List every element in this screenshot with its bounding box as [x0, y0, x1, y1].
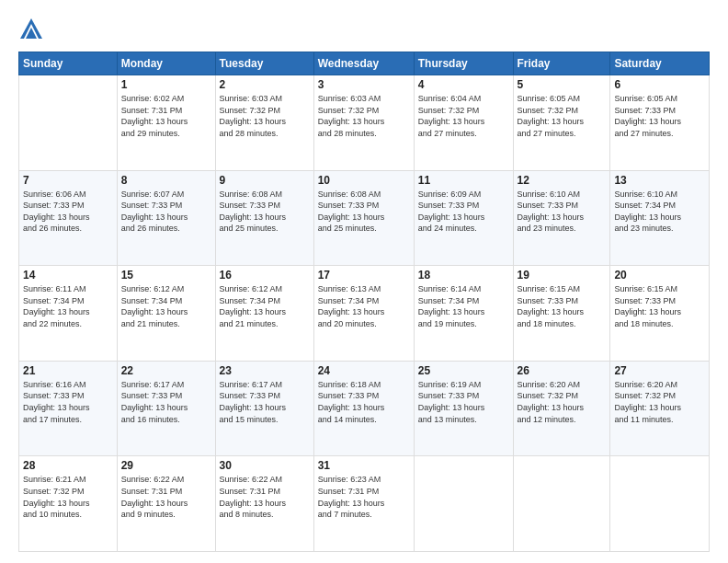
- day-cell: 19Sunrise: 6:15 AMSunset: 7:33 PMDayligh…: [513, 266, 610, 362]
- day-cell: 16Sunrise: 6:12 AMSunset: 7:34 PMDayligh…: [215, 266, 313, 362]
- header: [18, 17, 710, 42]
- day-number: 14: [23, 269, 113, 282]
- header-saturday: Saturday: [610, 52, 710, 75]
- day-info: Sunrise: 6:03 AMSunset: 7:32 PMDaylight:…: [220, 93, 310, 139]
- day-info: Sunrise: 6:22 AMSunset: 7:31 PMDaylight:…: [121, 474, 211, 520]
- day-cell: 2Sunrise: 6:03 AMSunset: 7:32 PMDaylight…: [215, 75, 313, 171]
- header-thursday: Thursday: [414, 52, 513, 75]
- day-number: 6: [614, 78, 705, 91]
- day-info: Sunrise: 6:05 AMSunset: 7:33 PMDaylight:…: [614, 93, 705, 139]
- week-row-4: 21Sunrise: 6:16 AMSunset: 7:33 PMDayligh…: [19, 361, 710, 456]
- day-number: 29: [121, 459, 211, 472]
- day-cell: 4Sunrise: 6:04 AMSunset: 7:32 PMDaylight…: [414, 75, 513, 171]
- day-number: 21: [23, 364, 113, 377]
- day-number: 9: [220, 174, 310, 187]
- calendar-header-row: SundayMondayTuesdayWednesdayThursdayFrid…: [19, 52, 710, 75]
- header-monday: Monday: [117, 52, 215, 75]
- day-info: Sunrise: 6:20 AMSunset: 7:32 PMDaylight:…: [614, 379, 705, 425]
- day-cell: 8Sunrise: 6:07 AMSunset: 7:33 PMDaylight…: [117, 170, 215, 266]
- day-cell: 14Sunrise: 6:11 AMSunset: 7:34 PMDayligh…: [19, 266, 118, 362]
- day-number: 30: [220, 459, 310, 472]
- day-cell: 23Sunrise: 6:17 AMSunset: 7:33 PMDayligh…: [215, 361, 313, 456]
- header-friday: Friday: [513, 52, 610, 75]
- day-cell: 26Sunrise: 6:20 AMSunset: 7:32 PMDayligh…: [513, 361, 610, 456]
- page: SundayMondayTuesdayWednesdayThursdayFrid…: [0, 0, 728, 563]
- day-number: 25: [418, 364, 509, 377]
- day-info: Sunrise: 6:08 AMSunset: 7:33 PMDaylight:…: [220, 189, 310, 235]
- day-number: 13: [614, 174, 705, 187]
- day-info: Sunrise: 6:02 AMSunset: 7:31 PMDaylight:…: [121, 93, 211, 139]
- day-number: 10: [318, 174, 410, 187]
- header-tuesday: Tuesday: [215, 52, 313, 75]
- day-cell: [610, 456, 710, 552]
- day-cell: 29Sunrise: 6:22 AMSunset: 7:31 PMDayligh…: [117, 456, 215, 552]
- day-cell: 7Sunrise: 6:06 AMSunset: 7:33 PMDaylight…: [19, 170, 118, 266]
- day-info: Sunrise: 6:17 AMSunset: 7:33 PMDaylight:…: [121, 379, 211, 425]
- day-number: 4: [418, 78, 509, 91]
- day-cell: 17Sunrise: 6:13 AMSunset: 7:34 PMDayligh…: [313, 266, 414, 362]
- day-info: Sunrise: 6:17 AMSunset: 7:33 PMDaylight:…: [220, 379, 310, 425]
- day-info: Sunrise: 6:06 AMSunset: 7:33 PMDaylight:…: [23, 189, 113, 235]
- day-number: 27: [614, 364, 705, 377]
- day-number: 17: [318, 269, 410, 282]
- day-number: 24: [318, 364, 410, 377]
- day-cell: 1Sunrise: 6:02 AMSunset: 7:31 PMDaylight…: [117, 75, 215, 171]
- logo-icon: [18, 17, 44, 42]
- day-cell: 5Sunrise: 6:05 AMSunset: 7:32 PMDaylight…: [513, 75, 610, 171]
- day-number: 7: [23, 174, 113, 187]
- day-info: Sunrise: 6:12 AMSunset: 7:34 PMDaylight:…: [220, 283, 310, 329]
- day-info: Sunrise: 6:15 AMSunset: 7:33 PMDaylight:…: [518, 283, 607, 329]
- day-info: Sunrise: 6:19 AMSunset: 7:33 PMDaylight:…: [418, 379, 509, 425]
- day-number: 18: [418, 269, 509, 282]
- header-wednesday: Wednesday: [313, 52, 414, 75]
- week-row-3: 14Sunrise: 6:11 AMSunset: 7:34 PMDayligh…: [19, 266, 710, 362]
- day-cell: 24Sunrise: 6:18 AMSunset: 7:33 PMDayligh…: [313, 361, 414, 456]
- day-cell: 13Sunrise: 6:10 AMSunset: 7:34 PMDayligh…: [610, 170, 710, 266]
- day-cell: 3Sunrise: 6:03 AMSunset: 7:32 PMDaylight…: [313, 75, 414, 171]
- day-info: Sunrise: 6:14 AMSunset: 7:34 PMDaylight:…: [418, 283, 509, 329]
- day-number: 11: [418, 174, 509, 187]
- day-info: Sunrise: 6:21 AMSunset: 7:32 PMDaylight:…: [23, 474, 113, 520]
- day-info: Sunrise: 6:07 AMSunset: 7:33 PMDaylight:…: [121, 189, 211, 235]
- day-info: Sunrise: 6:09 AMSunset: 7:33 PMDaylight:…: [418, 189, 509, 235]
- day-info: Sunrise: 6:12 AMSunset: 7:34 PMDaylight:…: [121, 283, 211, 329]
- day-cell: 6Sunrise: 6:05 AMSunset: 7:33 PMDaylight…: [610, 75, 710, 171]
- day-cell: 28Sunrise: 6:21 AMSunset: 7:32 PMDayligh…: [19, 456, 118, 552]
- day-cell: 11Sunrise: 6:09 AMSunset: 7:33 PMDayligh…: [414, 170, 513, 266]
- day-number: 31: [318, 459, 410, 472]
- day-cell: [19, 75, 118, 171]
- day-number: 5: [518, 78, 607, 91]
- day-cell: 15Sunrise: 6:12 AMSunset: 7:34 PMDayligh…: [117, 266, 215, 362]
- day-number: 20: [614, 269, 705, 282]
- day-info: Sunrise: 6:15 AMSunset: 7:33 PMDaylight:…: [614, 283, 705, 329]
- day-number: 16: [220, 269, 310, 282]
- day-number: 8: [121, 174, 211, 187]
- day-number: 26: [518, 364, 607, 377]
- day-cell: 30Sunrise: 6:22 AMSunset: 7:31 PMDayligh…: [215, 456, 313, 552]
- day-number: 1: [121, 78, 211, 91]
- day-cell: [513, 456, 610, 552]
- calendar-table: SundayMondayTuesdayWednesdayThursdayFrid…: [18, 52, 710, 552]
- day-cell: 20Sunrise: 6:15 AMSunset: 7:33 PMDayligh…: [610, 266, 710, 362]
- week-row-2: 7Sunrise: 6:06 AMSunset: 7:33 PMDaylight…: [19, 170, 710, 266]
- day-number: 23: [220, 364, 310, 377]
- day-number: 28: [23, 459, 113, 472]
- day-info: Sunrise: 6:18 AMSunset: 7:33 PMDaylight:…: [318, 379, 410, 425]
- day-cell: 22Sunrise: 6:17 AMSunset: 7:33 PMDayligh…: [117, 361, 215, 456]
- day-cell: 25Sunrise: 6:19 AMSunset: 7:33 PMDayligh…: [414, 361, 513, 456]
- week-row-1: 1Sunrise: 6:02 AMSunset: 7:31 PMDaylight…: [19, 75, 710, 171]
- day-info: Sunrise: 6:10 AMSunset: 7:34 PMDaylight:…: [614, 189, 705, 235]
- day-cell: 10Sunrise: 6:08 AMSunset: 7:33 PMDayligh…: [313, 170, 414, 266]
- day-cell: 31Sunrise: 6:23 AMSunset: 7:31 PMDayligh…: [313, 456, 414, 552]
- day-number: 12: [518, 174, 607, 187]
- logo: [18, 17, 48, 42]
- day-info: Sunrise: 6:13 AMSunset: 7:34 PMDaylight:…: [318, 283, 410, 329]
- day-cell: 21Sunrise: 6:16 AMSunset: 7:33 PMDayligh…: [19, 361, 118, 456]
- day-info: Sunrise: 6:10 AMSunset: 7:33 PMDaylight:…: [518, 189, 607, 235]
- day-number: 19: [518, 269, 607, 282]
- day-info: Sunrise: 6:11 AMSunset: 7:34 PMDaylight:…: [23, 283, 113, 329]
- day-info: Sunrise: 6:22 AMSunset: 7:31 PMDaylight:…: [220, 474, 310, 520]
- day-info: Sunrise: 6:08 AMSunset: 7:33 PMDaylight:…: [318, 189, 410, 235]
- day-cell: 18Sunrise: 6:14 AMSunset: 7:34 PMDayligh…: [414, 266, 513, 362]
- day-number: 15: [121, 269, 211, 282]
